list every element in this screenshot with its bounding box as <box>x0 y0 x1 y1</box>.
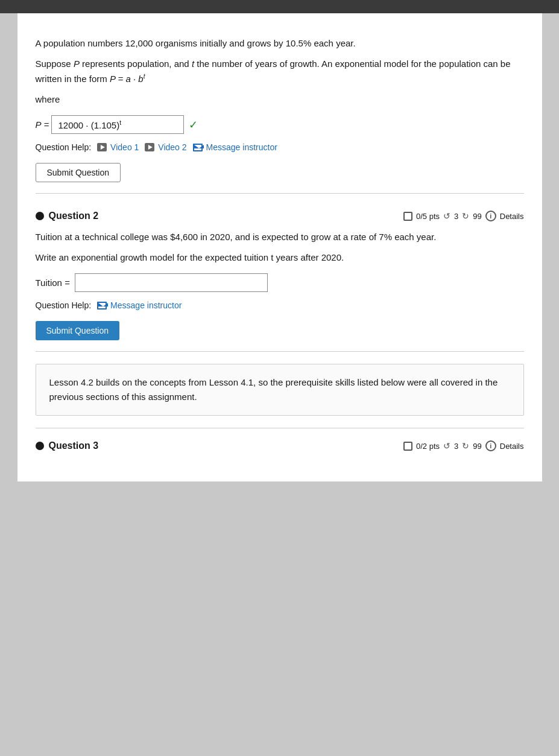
top-bar <box>0 0 559 13</box>
q1-video2-label: Video 2 <box>158 142 186 152</box>
q1-video1-icon <box>97 143 107 151</box>
q2-mail-icon <box>97 302 107 310</box>
q2-message-link[interactable]: Message instructor <box>97 300 182 310</box>
q1-formula-input[interactable]: 12000 · (1.105)t <box>51 115 184 134</box>
q2-bullet <box>36 212 44 220</box>
q3-undo-count: 3 <box>454 442 458 451</box>
q3-refresh-icon: ↻ <box>462 441 469 451</box>
q2-meta: 0/5 pts ↺ 3 ↻ 99 i Details <box>403 211 523 221</box>
q1-text2: Suppose P represents population, and t t… <box>36 57 524 86</box>
q2-undo-icon: ↺ <box>443 211 450 221</box>
q1-message-link[interactable]: Message instructor <box>193 142 277 152</box>
q3-pts: 0/2 pts <box>416 442 440 451</box>
q2-text1: Tuition at a technical college was $4,60… <box>36 230 524 244</box>
notice-text: Lesson 4.2 builds on the concepts from L… <box>49 375 510 404</box>
q2-title-row: Question 2 <box>36 211 99 221</box>
q1-checkmark: ✓ <box>189 118 198 132</box>
q2-details-link[interactable]: Details <box>500 212 524 221</box>
q3-undo-icon: ↺ <box>443 441 450 451</box>
q2-checkbox-icon <box>403 212 412 221</box>
q2-text2: Write an exponential growth model for th… <box>36 250 524 265</box>
q3-header: Question 3 0/2 pts ↺ 3 ↻ 99 i Details <box>36 434 524 451</box>
q2-help-label: Question Help: <box>36 300 92 310</box>
q3-bullet <box>36 442 44 450</box>
q3-checkbox-icon <box>403 442 412 451</box>
q1-help-row: Question Help: Video 1 Video 2 Message i… <box>36 142 524 152</box>
q3-refresh-count: 99 <box>473 442 481 451</box>
q1-message-label: Message instructor <box>206 142 277 152</box>
q1-help-label: Question Help: <box>36 142 92 152</box>
q2-refresh-icon: ↻ <box>462 211 469 221</box>
q1-submit-button[interactable]: Submit Question <box>36 163 121 182</box>
q1-formula-value: 12000 · (1.105)t <box>58 120 121 130</box>
q2-tuition-row: Tuition = <box>36 273 524 292</box>
q3-title-row: Question 3 <box>36 440 99 451</box>
q1-formula-row: P = 12000 · (1.105)t ✓ <box>36 115 524 134</box>
q3-details-link[interactable]: Details <box>500 442 524 451</box>
q2-header: Question 2 0/5 pts ↺ 3 ↻ 99 i Details <box>36 205 524 221</box>
q1-video1-link[interactable]: Video 1 <box>97 142 139 152</box>
q2-title: Question 2 <box>49 211 99 221</box>
q2-pts: 0/5 pts <box>416 212 440 221</box>
q1-video2-link[interactable]: Video 2 <box>145 142 186 152</box>
q2-undo-count: 3 <box>454 212 458 221</box>
question-2-block: Question 2 0/5 pts ↺ 3 ↻ 99 i Details Tu… <box>36 194 524 352</box>
q1-formula-label: P = <box>36 119 49 130</box>
q1-text1: A population numbers 12,000 organisms in… <box>36 36 524 51</box>
q3-title: Question 3 <box>49 440 99 451</box>
q1-video2-icon <box>145 143 154 151</box>
q3-meta: 0/2 pts ↺ 3 ↻ 99 i Details <box>403 440 523 451</box>
notice-box: Lesson 4.2 builds on the concepts from L… <box>36 364 524 416</box>
q2-tuition-input[interactable] <box>75 273 268 292</box>
q2-help-row: Question Help: Message instructor <box>36 300 524 310</box>
q2-tuition-label: Tuition = <box>36 278 70 288</box>
q2-message-label: Message instructor <box>110 300 182 310</box>
q1-where: where <box>36 92 524 107</box>
q2-info-icon[interactable]: i <box>485 211 496 221</box>
q1-video1-label: Video 1 <box>110 142 139 152</box>
question-3-block: Question 3 0/2 pts ↺ 3 ↻ 99 i Details <box>36 428 524 463</box>
q2-refresh-count: 99 <box>473 212 481 221</box>
page-container: A population numbers 12,000 organisms in… <box>17 13 542 481</box>
q1-mail-icon <box>193 144 203 151</box>
q3-info-icon[interactable]: i <box>485 440 496 451</box>
q2-submit-button[interactable]: Submit Question <box>36 321 120 340</box>
question-1-block: A population numbers 12,000 organisms in… <box>36 25 524 194</box>
